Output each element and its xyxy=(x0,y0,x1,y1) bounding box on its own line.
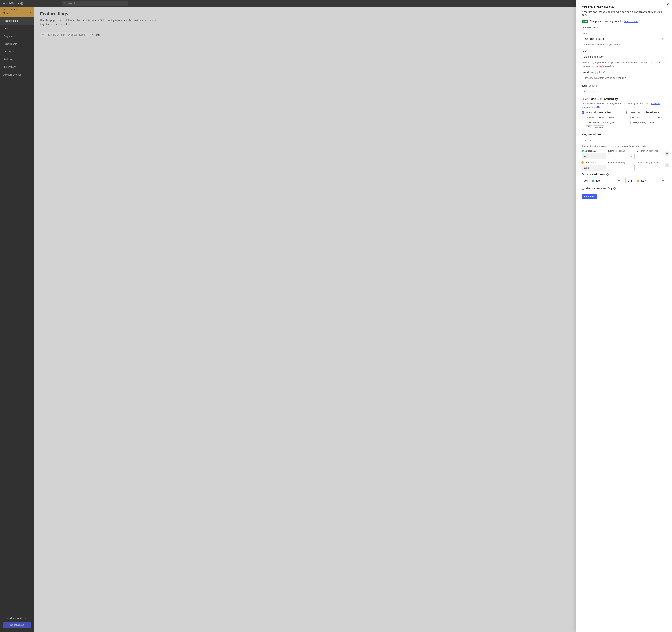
chip-roku: Roku xyxy=(607,116,615,120)
flag-search[interactable] xyxy=(40,32,89,37)
variation-1-desc-input[interactable] xyxy=(637,153,663,159)
topbar: LaunchDarkly xyxy=(0,0,672,7)
filter-icon xyxy=(92,34,94,36)
suggest-icon[interactable]: ⁞≡ xyxy=(631,155,633,157)
description-input[interactable] xyxy=(582,75,666,81)
chip-android: Android xyxy=(585,116,596,120)
defaults-heading: Default variations xyxy=(582,173,605,176)
search-icon xyxy=(42,33,44,36)
filter-button[interactable]: Filter xyxy=(91,32,102,37)
description-field: Description (optional) xyxy=(582,71,666,81)
sdk-mobile-label: SDKs using Mobile key xyxy=(586,111,611,114)
search-icon xyxy=(64,2,66,5)
description-label: Description (optional) xyxy=(582,71,666,74)
defaults-text: This project has flag defaults. xyxy=(590,20,624,23)
page-description: Use this page to see all feature flags i… xyxy=(40,18,166,26)
sdk-client-chips: Electron JavaScript React Node.js (clien… xyxy=(630,116,666,124)
info-icon[interactable]: i xyxy=(613,187,616,190)
on-value: true xyxy=(596,179,600,182)
page-title: Feature flags xyxy=(40,11,666,17)
save-flag-button[interactable]: Save flag xyxy=(582,194,597,199)
nav-debugger[interactable]: Debugger xyxy=(0,48,34,55)
permanent-row: This is a permanent flag i xyxy=(582,187,666,190)
diamond-icon xyxy=(592,179,595,182)
name-hint: A human-friendly name for your feature. xyxy=(582,43,666,47)
required-note: * Required fields xyxy=(582,26,666,29)
variation-type-hint: This controls the evaluation return type… xyxy=(582,144,666,148)
remove-variation-button[interactable]: − xyxy=(665,163,669,167)
sdk-sub: Control which client-side SDK types can … xyxy=(582,102,666,108)
filter-label: Filter xyxy=(95,33,100,36)
variation-2-desc-input[interactable] xyxy=(637,165,663,171)
permanent-label: This is a permanent flag xyxy=(586,187,612,190)
sidebar: INFRACLOUD Test ⌄ Feature flags Users Se… xyxy=(0,7,34,632)
variation-type-field: Boolean This controls the evaluation ret… xyxy=(582,137,666,148)
chip-react-native: React Native xyxy=(585,121,601,124)
permanent-checkbox[interactable] xyxy=(582,187,584,190)
nav-integrations[interactable]: Integrations xyxy=(0,63,34,71)
tags-input[interactable]: Add tags xyxy=(582,88,666,94)
global-search[interactable] xyxy=(62,1,128,6)
tags-label: Tags (optional) xyxy=(582,84,666,87)
diamond-icon xyxy=(581,161,584,164)
off-label: OFF xyxy=(626,178,635,184)
chip-react: React xyxy=(656,116,665,120)
variations-heading: Flag variations xyxy=(582,133,666,136)
env-name: Test xyxy=(3,11,31,15)
default-off-select[interactable]: OFF false xyxy=(625,177,666,184)
nav-users[interactable]: Users xyxy=(0,25,34,32)
diamond-icon xyxy=(581,149,584,152)
defaults-notice: New This project has flag defaults. lear… xyxy=(582,20,666,23)
sdk-heading: Client-side SDK availability xyxy=(582,98,666,101)
chip-ios: iOS xyxy=(585,125,592,129)
info-icon[interactable]: i xyxy=(606,173,609,176)
chip-cpp: C/C++ (client) xyxy=(602,121,618,124)
org-name: INFRACLOUD xyxy=(3,9,31,11)
close-button[interactable]: ✕ xyxy=(666,3,669,6)
external-link-icon xyxy=(638,20,640,22)
remove-variation-button[interactable]: − xyxy=(665,151,669,156)
nav-feature-flags[interactable]: Feature flags xyxy=(0,17,34,25)
chip-vue: Vue xyxy=(649,121,655,124)
key-field: Key* Use this key in your code. Keys mus… xyxy=(582,50,666,68)
default-on-select[interactable]: ON true xyxy=(582,177,622,184)
sdk-client-label: SDKs using Client-side ID xyxy=(630,111,659,114)
environment-selector[interactable]: INFRACLOUD Test ⌄ xyxy=(0,7,34,17)
variation-1-name-input[interactable] xyxy=(608,153,634,159)
sdk-mobile-chips: Android Flutter Roku React Native C/C++ … xyxy=(585,116,621,129)
create-flag-drawer: ✕ Create a feature flag A feature flag l… xyxy=(576,0,672,632)
variation-2-name-input[interactable] xyxy=(608,165,634,171)
name-input[interactable] xyxy=(582,36,666,42)
new-badge: New xyxy=(582,20,588,23)
suggest-icon[interactable]: ⁞≡ xyxy=(662,38,664,40)
select-plan-button[interactable]: Select a plan xyxy=(3,622,31,628)
sdk-client-checkbox[interactable] xyxy=(626,111,629,114)
name-field: Name* ⁞≡ A human-friendly name for your … xyxy=(582,32,666,47)
defaults-heading-row: Default variations i xyxy=(582,173,666,176)
flag-search-input[interactable] xyxy=(46,33,87,36)
drawer-subtitle: A feature flag lets you control who can … xyxy=(582,10,666,16)
chevron-down-icon: ⌄ xyxy=(29,11,31,13)
nav-segments[interactable]: Segments xyxy=(0,32,34,40)
sdk-mobile-checkbox[interactable] xyxy=(582,111,584,114)
brand-icon xyxy=(20,2,23,5)
nav-experiments[interactable]: Experiments xyxy=(0,40,34,48)
key-input[interactable] xyxy=(582,53,666,60)
nav-audit-log[interactable]: Audit log xyxy=(0,55,34,63)
name-label: Name* xyxy=(582,32,666,34)
variation-type-select[interactable]: Boolean xyxy=(582,137,666,143)
tags-field: Tags (optional) Add tags xyxy=(582,84,666,94)
learn-more-link[interactable]: learn more xyxy=(624,20,640,23)
brand-name: LaunchDarkly xyxy=(2,2,19,5)
chip-nodejs: Node.js (client) xyxy=(630,121,648,124)
plan-footer: Professional Trial Select a plan xyxy=(0,614,34,632)
sidebar-nav: Feature flags Users Segments Experiments… xyxy=(0,17,34,78)
diamond-icon xyxy=(637,179,640,182)
variation-row-1: Variation 1 Name (optional) ⁞≡ Descripti… xyxy=(582,150,666,159)
brand-logo[interactable]: LaunchDarkly xyxy=(2,2,23,5)
sdk-client-col: SDKs using Client-side ID Electron JavaS… xyxy=(626,111,666,129)
global-search-input[interactable] xyxy=(68,2,127,5)
external-link-icon xyxy=(597,106,599,108)
chip-javascript: JavaScript xyxy=(642,116,655,120)
nav-account-settings[interactable]: Account settings xyxy=(0,71,34,78)
